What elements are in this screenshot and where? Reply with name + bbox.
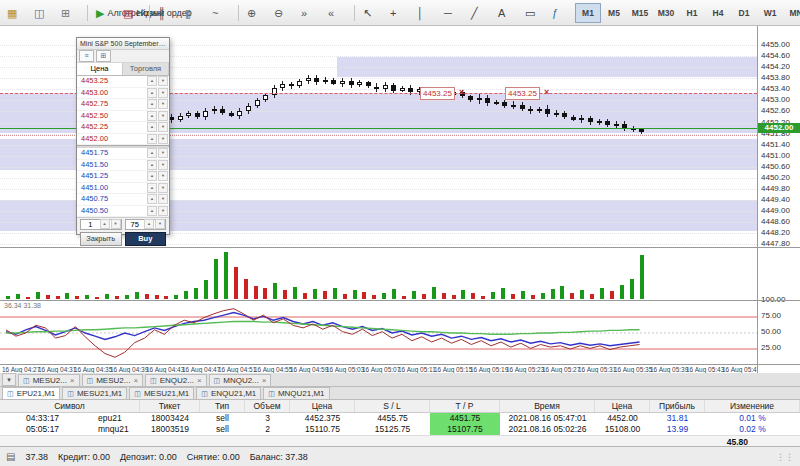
auto-scroll-button[interactable]: » bbox=[297, 2, 323, 24]
spin-up-button[interactable]: ▲ bbox=[147, 183, 157, 193]
order-price-label[interactable]: 4453.25 bbox=[420, 87, 455, 100]
chart-tab[interactable]: ◫EPU21,M1 bbox=[2, 387, 60, 399]
spin-up-button[interactable]: ▲ bbox=[144, 219, 154, 229]
spin-down-button[interactable]: ▼ bbox=[158, 99, 168, 109]
spin-up-button[interactable]: ▲ bbox=[147, 148, 157, 158]
time-axis[interactable]: 16 Aug 04:2716 Aug 04:3116 Aug 04:3516 A… bbox=[0, 364, 757, 373]
timeframe-h4-button[interactable]: H4 bbox=[705, 3, 731, 23]
spin-up-button[interactable]: ▲ bbox=[147, 194, 157, 204]
spin-up-button[interactable]: ▲ bbox=[147, 111, 157, 121]
oscillator-pane[interactable]: 36.34 31.38 bbox=[0, 300, 757, 364]
dom-price-row[interactable]: 4451.50▲▼ bbox=[77, 160, 169, 172]
chart-tab[interactable]: ◫MNQU2...× bbox=[209, 374, 272, 386]
table-column-header[interactable]: Символ bbox=[0, 400, 140, 412]
timeframe-d1-button[interactable]: D1 bbox=[731, 3, 757, 23]
table-column-header[interactable]: Цена bbox=[595, 400, 650, 412]
chart-candles-button[interactable]: ▯ bbox=[181, 2, 207, 24]
lot-input-1[interactable]: 75▲▼ bbox=[125, 219, 167, 230]
dom-price-row[interactable]: 4451.00▲▼ bbox=[77, 183, 169, 195]
spin-down-button[interactable]: ▼ bbox=[155, 219, 165, 229]
table-column-header[interactable]: Изменение bbox=[705, 400, 800, 412]
table-column-header[interactable]: Тип bbox=[200, 400, 245, 412]
dom-price-row[interactable]: 4451.75▲▼ bbox=[77, 148, 169, 160]
chart-tab[interactable]: ◫ENQU2...× bbox=[145, 374, 207, 386]
tab-list-button[interactable]: ▾ bbox=[2, 373, 16, 386]
vertical-line-button[interactable]: │ bbox=[413, 2, 439, 24]
table-column-header[interactable]: Прибыль bbox=[650, 400, 705, 412]
spin-up-button[interactable]: ▲ bbox=[147, 76, 157, 86]
spin-down-button[interactable]: ▼ bbox=[158, 88, 168, 98]
dom-price-row[interactable]: 4451.25▲▼ bbox=[77, 171, 169, 183]
spin-down-button[interactable]: ▼ bbox=[158, 183, 168, 193]
new-order-button[interactable]: ▤Новый ордер bbox=[119, 2, 145, 24]
chart-tab-close-icon[interactable]: × bbox=[197, 376, 202, 386]
chart-tab-close-icon[interactable]: × bbox=[262, 376, 267, 386]
window-layout-button[interactable]: ⊞ bbox=[57, 2, 83, 24]
indicators-button[interactable]: ƒ bbox=[548, 2, 574, 24]
dom-price-row[interactable]: 4453.00▲▼ bbox=[77, 88, 169, 100]
spin-down-button[interactable]: ▼ bbox=[158, 171, 168, 181]
order-close-icon[interactable]: × bbox=[459, 87, 464, 98]
dom-price-row[interactable]: 4452.25▲▼ bbox=[77, 122, 169, 134]
dom-tab-цена[interactable]: Цена bbox=[77, 63, 123, 75]
chart-tab[interactable]: ◫MESU2...× bbox=[82, 374, 144, 386]
table-column-header[interactable]: Объем bbox=[245, 400, 290, 412]
spin-down-button[interactable]: ▼ bbox=[158, 76, 168, 86]
timeframe-h1-button[interactable]: H1 bbox=[679, 3, 705, 23]
spin-up-button[interactable]: ▲ bbox=[147, 171, 157, 181]
chart-window[interactable]: 4453.254453.25×× 36.34 31.38 16 Aug 04:2… bbox=[0, 26, 800, 373]
dom-price-row[interactable]: 4452.00▲▼ bbox=[77, 134, 169, 146]
table-column-header[interactable]: T / P bbox=[430, 400, 500, 412]
dom-price-row[interactable]: 4452.75▲▼ bbox=[77, 99, 169, 111]
text-tool-button[interactable]: A bbox=[494, 2, 520, 24]
order-price-label[interactable]: 4453.25 bbox=[505, 87, 540, 100]
table-column-header[interactable]: Цена bbox=[290, 400, 355, 412]
profiles-button[interactable]: ◫ bbox=[30, 2, 56, 24]
timeframe-m30-button[interactable]: M30 bbox=[653, 3, 679, 23]
spin-down-button[interactable]: ▼ bbox=[158, 111, 168, 121]
spin-up-button[interactable]: ▲ bbox=[147, 122, 157, 132]
shapes-button[interactable]: ▭ bbox=[521, 2, 547, 24]
dom-tab-торговля[interactable]: Торговля bbox=[123, 63, 169, 75]
spin-down-button[interactable]: ▼ bbox=[158, 206, 168, 216]
dom-price-row[interactable]: 4450.50▲▼ bbox=[77, 206, 169, 218]
price-axis[interactable]: 4455.004454.604454.204453.804453.404453.… bbox=[757, 26, 800, 373]
spin-down-button[interactable]: ▼ bbox=[158, 134, 168, 144]
buy-button[interactable]: Buy bbox=[125, 232, 167, 246]
timeframe-m15-button[interactable]: M15 bbox=[627, 3, 653, 23]
chart-tab-close-icon[interactable]: × bbox=[133, 376, 138, 386]
zoom-out-button[interactable]: ⊖ bbox=[270, 2, 296, 24]
chart-shift-button[interactable]: « bbox=[324, 2, 350, 24]
timeframe-w1-button[interactable]: W1 bbox=[757, 3, 783, 23]
dom-price-row[interactable]: 4450.75▲▼ bbox=[77, 194, 169, 206]
spin-down-button[interactable]: ▼ bbox=[111, 219, 121, 229]
order-close-icon[interactable]: × bbox=[544, 87, 549, 98]
spin-up-button[interactable]: ▲ bbox=[147, 88, 157, 98]
dom-list-button[interactable]: ≡ bbox=[79, 50, 94, 62]
chart-tab-close-icon[interactable]: × bbox=[70, 376, 75, 386]
cursor-button[interactable]: ↖ bbox=[359, 2, 385, 24]
dom-price-row[interactable]: 4452.50▲▼ bbox=[77, 111, 169, 123]
table-column-header[interactable]: S / L bbox=[355, 400, 430, 412]
dom-settings-button[interactable]: ⊞ bbox=[96, 50, 111, 62]
spin-up-button[interactable]: ▲ bbox=[147, 206, 157, 216]
spin-up-button[interactable]: ▲ bbox=[100, 219, 110, 229]
zoom-in-button[interactable]: ⊕ bbox=[243, 2, 269, 24]
trendline-button[interactable]: ╱ bbox=[467, 2, 493, 24]
chart-tab[interactable]: ◫MESU21,M1 bbox=[62, 387, 127, 399]
close-position-button[interactable]: Закрыть bbox=[80, 232, 122, 246]
crosshair-button[interactable]: + bbox=[386, 2, 412, 24]
spin-down-button[interactable]: ▼ bbox=[158, 194, 168, 204]
timeframe-m5-button[interactable]: M5 bbox=[601, 3, 627, 23]
spin-up-button[interactable]: ▲ bbox=[147, 99, 157, 109]
spin-up-button[interactable]: ▲ bbox=[147, 160, 157, 170]
timeframe-mn-button[interactable]: MN bbox=[783, 3, 800, 23]
spin-up-button[interactable]: ▲ bbox=[147, 134, 157, 144]
chart-bars-button[interactable]: ║ bbox=[154, 2, 180, 24]
dom-price-row[interactable]: 4453.25▲▼ bbox=[77, 76, 169, 88]
position-row[interactable]: 05:05:17mnqu2118003519sell215110.7515125… bbox=[0, 424, 800, 435]
table-column-header[interactable]: Тикет bbox=[140, 400, 200, 412]
lot-input-0[interactable]: 1▲▼ bbox=[80, 219, 122, 230]
chart-line-button[interactable]: ~ bbox=[208, 2, 234, 24]
new-chart-button[interactable]: ▦ bbox=[3, 2, 29, 24]
